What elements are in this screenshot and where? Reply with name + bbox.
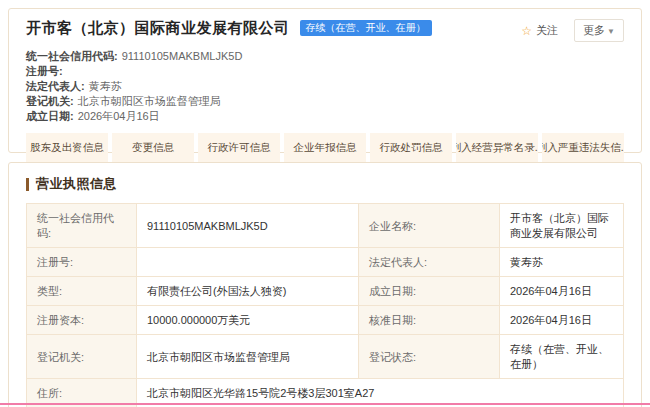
table-value — [137, 248, 359, 277]
table-label: 登记机关: — [27, 335, 137, 379]
info-line-credit-code: 统一社会信用代码:91110105MAKBMLJK5D — [26, 49, 624, 64]
follow-label: 关注 — [536, 23, 558, 38]
table-value: 北京市朝阳区市场监督管理局 — [137, 335, 359, 379]
info-value: 91110105MAKBMLJK5D — [122, 50, 243, 62]
table-label: 注册号: — [27, 248, 137, 277]
chevron-down-icon: ▼ — [607, 27, 615, 36]
more-button[interactable]: 更多▼ — [574, 19, 624, 42]
info-tabs: 股东及出资信息 变更信息 行政许可信息 企业年报信息 行政处罚信息 列入经营异常… — [26, 133, 624, 163]
info-label: 登记机关: — [26, 95, 74, 107]
tab-changes[interactable]: 变更信息 — [112, 133, 194, 163]
info-line-reg-authority: 登记机关:北京市朝阳区市场监督管理局 — [26, 94, 624, 109]
tab-admin-penalty[interactable]: 行政处罚信息 — [370, 133, 452, 163]
info-line-reg-number: 注册号: — [26, 64, 624, 79]
table-value: 黄寿苏 — [500, 248, 624, 277]
section-bar-icon — [26, 178, 29, 191]
more-label: 更多 — [583, 24, 605, 36]
tab-shareholders[interactable]: 股东及出资信息 — [26, 133, 108, 163]
company-name: 开市客（北京）国际商业发展有限公司 — [26, 19, 290, 38]
table-label: 企业名称: — [359, 204, 500, 248]
info-label: 统一社会信用代码: — [26, 50, 118, 62]
section-title-text: 营业执照信息 — [36, 175, 117, 193]
table-value: 2026年04月16日 — [500, 306, 624, 335]
table-label: 统一社会信用代码: — [27, 204, 137, 248]
company-info-lines: 统一社会信用代码:91110105MAKBMLJK5D 注册号: 法定代表人:黄… — [26, 49, 624, 124]
follow-button[interactable]: ☆ 关注 — [513, 20, 566, 41]
table-value: 开市客（北京）国际商业发展有限公司 — [500, 204, 624, 248]
info-line-establish-date: 成立日期:2026年04月16日 — [26, 109, 624, 124]
info-value: 黄寿苏 — [89, 80, 122, 92]
bottom-marker-line — [0, 403, 650, 405]
table-label: 核准日期: — [359, 306, 500, 335]
tab-admin-license[interactable]: 行政许可信息 — [198, 133, 280, 163]
company-header-row: 开市客（北京）国际商业发展有限公司 存续（在营、开业、在册） ☆ 关注 更多▼ — [26, 19, 624, 42]
table-value: 存续（在营、开业、在册） — [500, 335, 624, 379]
info-line-legal-rep: 法定代表人:黄寿苏 — [26, 79, 624, 94]
table-value: 91110105MAKBMLJK5D — [137, 204, 359, 248]
page: 开市客（北京）国际商业发展有限公司 存续（在营、开业、在册） ☆ 关注 更多▼ … — [0, 0, 650, 407]
table-value: 10000.000000万美元 — [137, 306, 359, 335]
info-value: 2026年04月16日 — [78, 110, 160, 122]
info-label: 法定代表人: — [26, 80, 85, 92]
info-label: 注册号: — [26, 65, 63, 77]
table-value: 有限责任公司(外国法人独资) — [137, 277, 359, 306]
tab-annual-report[interactable]: 企业年报信息 — [284, 133, 366, 163]
tab-illegal-list[interactable]: 列入严重违法失信... — [542, 133, 624, 163]
status-badge: 存续（在营、开业、在册） — [300, 20, 432, 36]
info-value: 北京市朝阳区市场监督管理局 — [78, 95, 221, 107]
company-header-card: 开市客（北京）国际商业发展有限公司 存续（在营、开业、在册） ☆ 关注 更多▼ … — [8, 8, 642, 153]
table-label: 注册资本: — [27, 306, 137, 335]
tab-abnormal-list[interactable]: 列入经营异常名录... — [456, 133, 538, 163]
table-value: 2026年04月16日 — [500, 277, 624, 306]
table-label: 法定代表人: — [359, 248, 500, 277]
star-icon: ☆ — [521, 25, 532, 37]
table-label: 成立日期: — [359, 277, 500, 306]
section-title: 营业执照信息 — [26, 175, 624, 193]
license-table: 统一社会信用代码: 91110105MAKBMLJK5D 企业名称: 开市客（北… — [26, 203, 624, 407]
table-label: 类型: — [27, 277, 137, 306]
table-label: 登记状态: — [359, 335, 500, 379]
business-license-card: 营业执照信息 统一社会信用代码: 91110105MAKBMLJK5D 企业名称… — [8, 162, 642, 407]
info-label: 成立日期: — [26, 110, 74, 122]
header-actions: ☆ 关注 更多▼ — [513, 19, 624, 42]
